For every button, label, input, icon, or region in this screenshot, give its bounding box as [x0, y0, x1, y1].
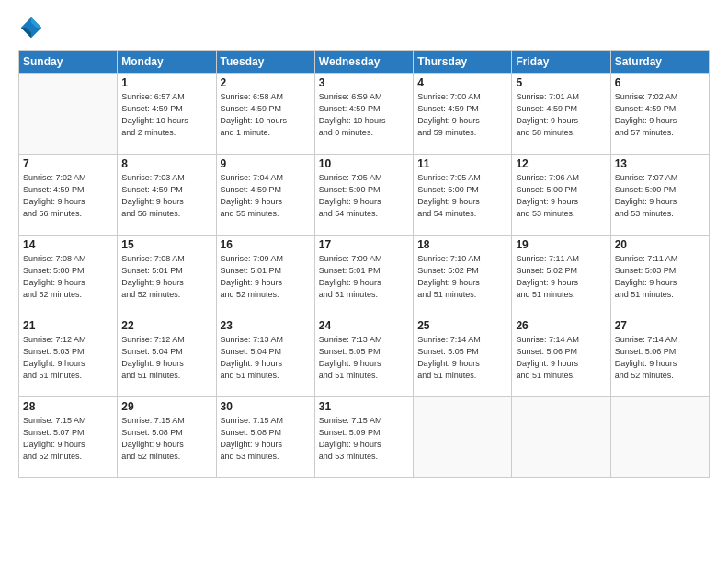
weekday-friday: Friday — [512, 51, 610, 74]
day-info: Sunrise: 7:10 AM Sunset: 5:02 PM Dayligh… — [417, 253, 507, 301]
day-number: 27 — [615, 319, 705, 332]
day-cell: 4Sunrise: 7:00 AM Sunset: 4:59 PM Daylig… — [414, 74, 512, 155]
day-cell: 22Sunrise: 7:12 AM Sunset: 5:04 PM Dayli… — [118, 316, 216, 397]
day-number: 3 — [319, 76, 409, 89]
day-cell: 26Sunrise: 7:14 AM Sunset: 5:06 PM Dayli… — [512, 316, 610, 397]
day-number: 8 — [121, 157, 211, 170]
day-number: 15 — [121, 238, 211, 251]
day-info: Sunrise: 7:14 AM Sunset: 5:06 PM Dayligh… — [516, 334, 606, 382]
day-cell: 27Sunrise: 7:14 AM Sunset: 5:06 PM Dayli… — [610, 316, 709, 397]
day-cell: 18Sunrise: 7:10 AM Sunset: 5:02 PM Dayli… — [414, 236, 512, 316]
day-info: Sunrise: 7:03 AM Sunset: 4:59 PM Dayligh… — [121, 172, 211, 220]
day-number: 5 — [516, 76, 606, 89]
day-number: 30 — [221, 400, 311, 413]
day-info: Sunrise: 7:13 AM Sunset: 5:05 PM Dayligh… — [319, 334, 409, 382]
day-number: 24 — [319, 319, 409, 332]
weekday-thursday: Thursday — [414, 51, 512, 74]
day-number: 12 — [516, 157, 606, 170]
day-cell: 8Sunrise: 7:03 AM Sunset: 4:59 PM Daylig… — [118, 155, 216, 236]
day-info: Sunrise: 7:15 AM Sunset: 5:08 PM Dayligh… — [221, 415, 311, 463]
day-info: Sunrise: 6:58 AM Sunset: 4:59 PM Dayligh… — [221, 91, 311, 139]
day-info: Sunrise: 7:08 AM Sunset: 5:01 PM Dayligh… — [121, 253, 211, 301]
day-number: 2 — [221, 76, 311, 89]
day-cell: 28Sunrise: 7:15 AM Sunset: 5:07 PM Dayli… — [19, 397, 118, 478]
day-number: 17 — [319, 238, 409, 251]
day-info: Sunrise: 7:15 AM Sunset: 5:08 PM Dayligh… — [121, 415, 211, 463]
weekday-tuesday: Tuesday — [216, 51, 314, 74]
day-info: Sunrise: 7:12 AM Sunset: 5:03 PM Dayligh… — [23, 334, 113, 382]
day-number: 18 — [417, 238, 507, 251]
day-number: 26 — [516, 319, 606, 332]
day-number: 20 — [615, 238, 705, 251]
day-number: 7 — [23, 157, 113, 170]
day-number: 21 — [23, 319, 113, 332]
day-info: Sunrise: 7:04 AM Sunset: 4:59 PM Dayligh… — [221, 172, 311, 220]
day-cell: 13Sunrise: 7:07 AM Sunset: 5:00 PM Dayli… — [610, 155, 709, 236]
day-cell: 6Sunrise: 7:02 AM Sunset: 4:59 PM Daylig… — [610, 74, 709, 155]
page: SundayMondayTuesdayWednesdayThursdayFrid… — [0, 0, 728, 563]
week-row-3: 21Sunrise: 7:12 AM Sunset: 5:03 PM Dayli… — [19, 316, 710, 397]
day-number: 25 — [417, 319, 507, 332]
day-cell — [512, 397, 610, 478]
day-number: 23 — [221, 319, 311, 332]
day-cell: 16Sunrise: 7:09 AM Sunset: 5:01 PM Dayli… — [216, 236, 314, 316]
day-cell: 31Sunrise: 7:15 AM Sunset: 5:09 PM Dayli… — [314, 397, 413, 478]
day-number: 14 — [23, 238, 113, 251]
day-info: Sunrise: 7:05 AM Sunset: 5:00 PM Dayligh… — [417, 172, 507, 220]
day-number: 16 — [221, 238, 311, 251]
day-number: 10 — [319, 157, 409, 170]
calendar: SundayMondayTuesdayWednesdayThursdayFrid… — [18, 50, 710, 478]
day-info: Sunrise: 7:14 AM Sunset: 5:05 PM Dayligh… — [417, 334, 507, 382]
header — [18, 15, 710, 40]
weekday-wednesday: Wednesday — [314, 51, 413, 74]
logo — [18, 15, 48, 40]
day-cell: 15Sunrise: 7:08 AM Sunset: 5:01 PM Dayli… — [118, 236, 216, 316]
day-number: 19 — [516, 238, 606, 251]
day-cell — [19, 74, 118, 155]
day-cell: 7Sunrise: 7:02 AM Sunset: 4:59 PM Daylig… — [19, 155, 118, 236]
day-info: Sunrise: 6:59 AM Sunset: 4:59 PM Dayligh… — [319, 91, 409, 139]
day-info: Sunrise: 7:11 AM Sunset: 5:03 PM Dayligh… — [615, 253, 705, 301]
day-cell: 14Sunrise: 7:08 AM Sunset: 5:00 PM Dayli… — [19, 236, 118, 316]
day-cell: 9Sunrise: 7:04 AM Sunset: 4:59 PM Daylig… — [216, 155, 314, 236]
day-cell: 2Sunrise: 6:58 AM Sunset: 4:59 PM Daylig… — [216, 74, 314, 155]
day-cell: 5Sunrise: 7:01 AM Sunset: 4:59 PM Daylig… — [512, 74, 610, 155]
day-number: 31 — [319, 400, 409, 413]
day-info: Sunrise: 7:06 AM Sunset: 5:00 PM Dayligh… — [516, 172, 606, 220]
weekday-monday: Monday — [118, 51, 216, 74]
day-info: Sunrise: 7:00 AM Sunset: 4:59 PM Dayligh… — [417, 91, 507, 139]
day-info: Sunrise: 7:12 AM Sunset: 5:04 PM Dayligh… — [121, 334, 211, 382]
day-info: Sunrise: 7:11 AM Sunset: 5:02 PM Dayligh… — [516, 253, 606, 301]
day-cell: 17Sunrise: 7:09 AM Sunset: 5:01 PM Dayli… — [314, 236, 413, 316]
day-number: 22 — [121, 319, 211, 332]
day-cell: 19Sunrise: 7:11 AM Sunset: 5:02 PM Dayli… — [512, 236, 610, 316]
day-info: Sunrise: 7:14 AM Sunset: 5:06 PM Dayligh… — [615, 334, 705, 382]
week-row-4: 28Sunrise: 7:15 AM Sunset: 5:07 PM Dayli… — [19, 397, 710, 478]
day-info: Sunrise: 7:02 AM Sunset: 4:59 PM Dayligh… — [615, 91, 705, 139]
day-cell — [610, 397, 709, 478]
day-cell: 3Sunrise: 6:59 AM Sunset: 4:59 PM Daylig… — [314, 74, 413, 155]
day-number: 9 — [221, 157, 311, 170]
day-cell: 23Sunrise: 7:13 AM Sunset: 5:04 PM Dayli… — [216, 316, 314, 397]
day-number: 1 — [121, 76, 211, 89]
week-row-2: 14Sunrise: 7:08 AM Sunset: 5:00 PM Dayli… — [19, 236, 710, 316]
day-cell: 24Sunrise: 7:13 AM Sunset: 5:05 PM Dayli… — [314, 316, 413, 397]
day-cell: 11Sunrise: 7:05 AM Sunset: 5:00 PM Dayli… — [414, 155, 512, 236]
day-info: Sunrise: 7:09 AM Sunset: 5:01 PM Dayligh… — [319, 253, 409, 301]
day-cell: 20Sunrise: 7:11 AM Sunset: 5:03 PM Dayli… — [610, 236, 709, 316]
day-number: 13 — [615, 157, 705, 170]
day-info: Sunrise: 7:02 AM Sunset: 4:59 PM Dayligh… — [23, 172, 113, 220]
weekday-sunday: Sunday — [19, 51, 118, 74]
day-cell: 29Sunrise: 7:15 AM Sunset: 5:08 PM Dayli… — [118, 397, 216, 478]
day-number: 11 — [417, 157, 507, 170]
day-info: Sunrise: 7:01 AM Sunset: 4:59 PM Dayligh… — [516, 91, 606, 139]
day-cell: 25Sunrise: 7:14 AM Sunset: 5:05 PM Dayli… — [414, 316, 512, 397]
week-row-0: 1Sunrise: 6:57 AM Sunset: 4:59 PM Daylig… — [19, 74, 710, 155]
week-row-1: 7Sunrise: 7:02 AM Sunset: 4:59 PM Daylig… — [19, 155, 710, 236]
day-number: 29 — [121, 400, 211, 413]
day-info: Sunrise: 7:08 AM Sunset: 5:00 PM Dayligh… — [23, 253, 113, 301]
day-cell: 1Sunrise: 6:57 AM Sunset: 4:59 PM Daylig… — [118, 74, 216, 155]
day-number: 6 — [615, 76, 705, 89]
day-cell: 10Sunrise: 7:05 AM Sunset: 5:00 PM Dayli… — [314, 155, 413, 236]
day-info: Sunrise: 7:13 AM Sunset: 5:04 PM Dayligh… — [221, 334, 311, 382]
